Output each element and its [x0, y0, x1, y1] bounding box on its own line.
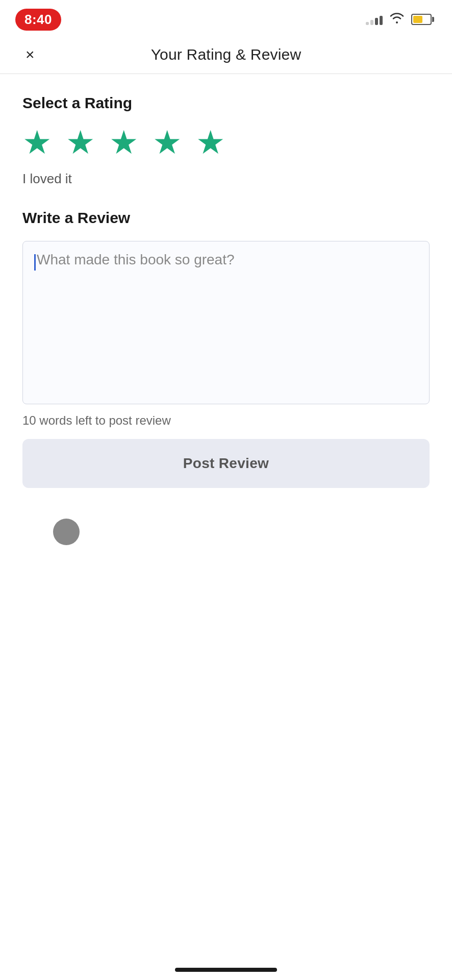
stars-container[interactable]: ★ ★ ★ ★ ★	[22, 126, 430, 159]
star-5[interactable]: ★	[196, 126, 225, 159]
review-section-label: Write a Review	[22, 209, 430, 227]
rating-section-label: Select a Rating	[22, 94, 430, 112]
home-indicator	[175, 968, 277, 972]
main-content: Select a Rating ★ ★ ★ ★ ★ I loved it Wri…	[0, 74, 452, 545]
signal-icon	[366, 14, 383, 25]
status-icons	[366, 12, 432, 27]
status-time: 8:40	[15, 9, 61, 31]
star-2[interactable]: ★	[66, 126, 95, 159]
close-button[interactable]: ×	[20, 41, 40, 68]
text-cursor	[34, 254, 36, 271]
review-input-wrapper[interactable]: What made this book so great?	[22, 241, 430, 404]
bottom-indicator	[22, 519, 430, 545]
star-3[interactable]: ★	[109, 126, 138, 159]
wifi-icon	[390, 12, 404, 27]
rating-label: I loved it	[22, 171, 430, 187]
battery-icon	[411, 14, 432, 25]
rating-section: Select a Rating ★ ★ ★ ★ ★ I loved it	[22, 94, 430, 187]
star-1[interactable]: ★	[22, 126, 52, 159]
page-title: Your Rating & Review	[151, 46, 302, 63]
review-placeholder: What made this book so great?	[37, 252, 235, 267]
word-count-label: 10 words left to post review	[22, 413, 430, 428]
status-bar: 8:40	[0, 0, 452, 36]
post-review-button[interactable]: Post Review	[22, 439, 430, 488]
review-section: Write a Review What made this book so gr…	[22, 209, 430, 513]
scroll-indicator-dot	[53, 519, 80, 545]
star-4[interactable]: ★	[153, 126, 182, 159]
nav-header: × Your Rating & Review	[0, 36, 452, 74]
